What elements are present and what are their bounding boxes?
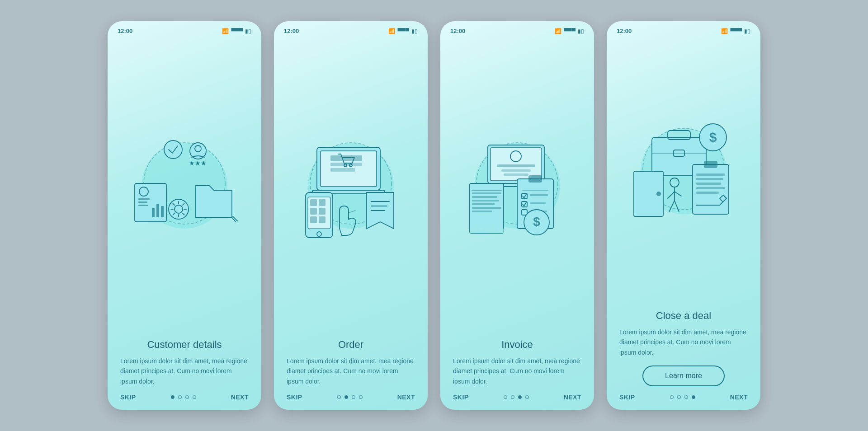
illustration-area-2 — [274, 37, 428, 334]
battery-icon-2: ▮▯ — [411, 28, 418, 34]
svg-rect-53 — [472, 207, 501, 209]
skip-button-3[interactable]: SKIP — [453, 394, 469, 401]
dot-3-3 — [518, 395, 522, 399]
svg-point-74 — [656, 192, 661, 196]
skip-button-4[interactable]: SKIP — [619, 394, 635, 401]
status-time-3: 12:00 — [450, 28, 465, 34]
wifi-icon-3: 📶 — [555, 28, 561, 34]
signal-icon-2: ▀▀▀ — [397, 28, 409, 34]
status-icons-2: 📶 ▀▀▀ ▮▯ — [388, 28, 418, 34]
dot-1-2 — [178, 395, 182, 399]
signal-icon-4: ▀▀▀ — [730, 28, 742, 34]
status-icons-3: 📶 ▀▀▀ ▮▯ — [555, 28, 584, 34]
nav-bar-3: SKIP NEXT — [440, 386, 594, 410]
wifi-icon-4: 📶 — [721, 28, 728, 34]
svg-line-77 — [669, 201, 675, 212]
content-area-4: Close a deal Lorem ipsum dolor sit dim a… — [607, 305, 760, 386]
nav-dots-1 — [171, 395, 196, 399]
status-bar-2: 12:00 📶 ▀▀▀ ▮▯ — [274, 21, 428, 37]
dot-4-4 — [692, 395, 695, 399]
screen-body-3: Lorem ipsum dolor sit dim amet, mea regi… — [453, 356, 581, 386]
status-bar-3: 12:00 📶 ▀▀▀ ▮▯ — [440, 21, 594, 37]
content-area-3: Invoice Lorem ipsum dolor sit dim amet, … — [440, 334, 594, 386]
illustration-area-1: ★★★ — [108, 37, 261, 334]
screen-invoice: 12:00 📶 ▀▀▀ ▮▯ — [440, 21, 594, 410]
dot-2-3 — [352, 395, 355, 399]
screen-title-3: Invoice — [453, 339, 581, 351]
svg-rect-10 — [152, 208, 155, 217]
svg-rect-30 — [310, 208, 317, 215]
skip-button-1[interactable]: SKIP — [120, 394, 136, 401]
nav-dots-3 — [504, 395, 529, 399]
nav-bar-4: SKIP NEXT — [607, 386, 760, 410]
status-time-1: 12:00 — [118, 28, 132, 34]
screen-customer-details: 12:00 📶 ▀▀▀ ▮▯ ★★★ — [108, 21, 261, 410]
svg-rect-56 — [528, 175, 542, 183]
svg-text:$: $ — [533, 215, 540, 229]
svg-rect-20 — [330, 155, 362, 161]
screen-body-2: Lorem ipsum dolor sit dim amet, mea regi… — [287, 356, 415, 386]
dot-4-1 — [670, 395, 674, 399]
dot-2-1 — [337, 395, 341, 399]
status-icons-4: 📶 ▀▀▀ ▮▯ — [721, 28, 750, 34]
svg-rect-45 — [504, 173, 528, 176]
svg-rect-12 — [161, 206, 164, 217]
screen-body-1: Lorem ipsum dolor sit dim amet, mea regi… — [120, 356, 249, 386]
screen-body-4: Lorem ipsum dolor sit dim amet, mea regi… — [619, 327, 748, 357]
battery-icon-1: ▮▯ — [245, 28, 251, 34]
svg-rect-32 — [310, 216, 317, 223]
content-area-2: Order Lorem ipsum dolor sit dim amet, me… — [274, 334, 428, 386]
screens-container: 12:00 📶 ▀▀▀ ▮▯ ★★★ — [108, 21, 760, 410]
nav-dots-4 — [670, 395, 695, 399]
next-button-4[interactable]: NEXT — [730, 394, 748, 401]
status-time-2: 12:00 — [284, 28, 299, 34]
next-button-3[interactable]: NEXT — [564, 394, 581, 401]
close-deal-illustration: $ — [625, 119, 742, 228]
learn-more-button[interactable]: Learn more — [642, 365, 725, 386]
svg-rect-28 — [310, 199, 317, 206]
next-button-2[interactable]: NEXT — [397, 394, 415, 401]
screen-title-1: Customer details — [120, 339, 249, 351]
svg-line-15 — [232, 217, 236, 222]
nav-bar-2: SKIP NEXT — [274, 386, 428, 410]
battery-icon-4: ▮▯ — [744, 28, 750, 34]
dot-1-4 — [193, 395, 196, 399]
dot-3-1 — [504, 395, 507, 399]
svg-rect-84 — [696, 178, 723, 180]
svg-rect-9 — [138, 205, 148, 206]
svg-line-80 — [675, 192, 681, 196]
dot-3-2 — [511, 395, 514, 399]
svg-rect-86 — [696, 187, 725, 189]
svg-rect-54 — [472, 211, 492, 212]
wifi-icon-2: 📶 — [388, 28, 395, 34]
dot-1-1 — [171, 395, 175, 399]
next-button-1[interactable]: NEXT — [231, 394, 249, 401]
svg-rect-49 — [472, 192, 501, 194]
svg-rect-29 — [319, 199, 326, 206]
svg-rect-8 — [138, 201, 147, 203]
svg-text:$: $ — [709, 130, 717, 145]
svg-rect-7 — [138, 198, 150, 200]
svg-rect-62 — [530, 202, 546, 204]
svg-rect-82 — [704, 161, 717, 168]
dot-1-3 — [185, 395, 189, 399]
svg-rect-43 — [497, 164, 535, 167]
svg-rect-52 — [472, 203, 495, 205]
svg-line-79 — [668, 192, 675, 198]
customer-details-illustration: ★★★ — [126, 134, 243, 242]
illustration-area-4: $ — [607, 37, 760, 305]
skip-button-2[interactable]: SKIP — [287, 394, 302, 401]
screen-close-deal: 12:00 📶 ▀▀▀ ▮▯ — [607, 21, 760, 410]
signal-icon-1: ▀▀▀ — [231, 28, 243, 34]
illustration-area-3: $ — [440, 37, 594, 334]
svg-rect-31 — [319, 208, 326, 215]
wifi-icon-1: 📶 — [222, 28, 229, 34]
svg-rect-85 — [696, 183, 721, 185]
signal-icon-3: ▀▀▀ — [564, 28, 576, 34]
battery-icon-3: ▮▯ — [578, 28, 584, 34]
svg-rect-87 — [696, 192, 719, 194]
screen-title-4: Close a deal — [619, 310, 748, 322]
svg-rect-50 — [472, 196, 497, 198]
content-area-1: Customer details Lorem ipsum dolor sit d… — [108, 334, 261, 386]
status-icons-1: 📶 ▀▀▀ ▮▯ — [222, 28, 251, 34]
